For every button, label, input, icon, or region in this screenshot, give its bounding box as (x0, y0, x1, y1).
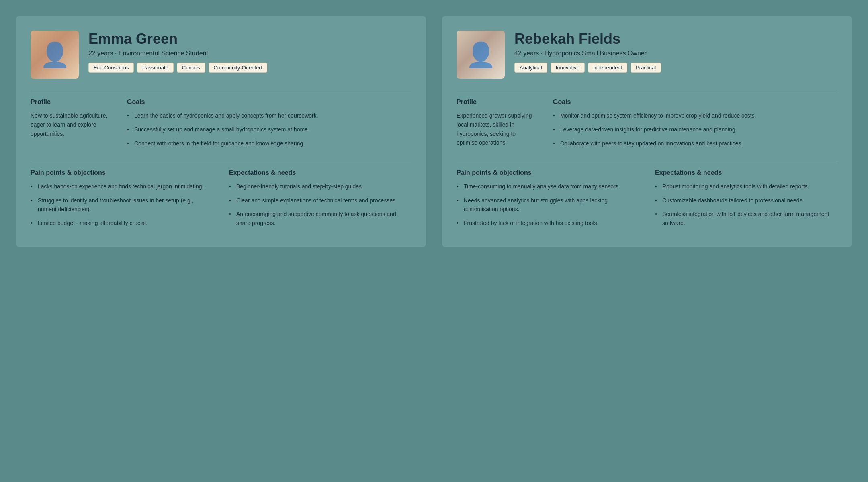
persona-tag: Analytical (514, 63, 547, 73)
divider-1 (457, 90, 837, 90)
need-item: An encouraging and supportive community … (229, 210, 411, 228)
persona-tags: Eco-ConsciousPassionateCuriousCommunity-… (88, 63, 411, 73)
profile-goals-row: Profile New to sustainable agriculture, … (31, 98, 411, 153)
goals-list: Monitor and optimise system efficiency t… (553, 111, 837, 148)
avatar: 👤 (31, 31, 79, 79)
pain-item: Time-consuming to manually analyse data … (457, 182, 639, 191)
pain-title: Pain points & objections (31, 169, 213, 176)
pain-item: Lacks hands-on experience and finds tech… (31, 182, 213, 191)
needs-list: Robust monitoring and analytics tools wi… (655, 182, 837, 228)
needs-list: Beginner-friendly tutorials and step-by-… (229, 182, 411, 228)
need-item: Clear and simple explanations of technic… (229, 196, 411, 205)
persona-role: 42 years · Hydroponics Small Business Ow… (514, 50, 837, 57)
persona-tag: Innovative (551, 63, 585, 73)
persona-tag: Independent (588, 63, 627, 73)
profile-text: Experienced grower supplying local marke… (457, 111, 537, 147)
persona-card-rebekah: 👤 Rebekah Fields 42 years · Hydroponics … (442, 16, 852, 247)
pain-needs-row: Pain points & objections Lacks hands-on … (31, 169, 411, 233)
goal-item: Monitor and optimise system efficiency t… (553, 111, 837, 120)
pain-section: Pain points & objections Lacks hands-on … (31, 169, 213, 233)
pain-item: Limited budget - making affordability cr… (31, 219, 213, 227)
pain-section: Pain points & objections Time-consuming … (457, 169, 639, 233)
avatar-figure: 👤 (40, 41, 70, 69)
persona-tag: Curious (177, 63, 205, 73)
persona-role: 22 years · Environmental Science Student (88, 50, 411, 57)
persona-header: 👤 Emma Green 22 years · Environmental Sc… (31, 31, 411, 79)
divider-2 (457, 161, 837, 161)
pain-list: Lacks hands-on experience and finds tech… (31, 182, 213, 228)
persona-tag: Community-Oriented (209, 63, 267, 73)
goals-title: Goals (553, 98, 837, 106)
pain-needs-row: Pain points & objections Time-consuming … (457, 169, 837, 233)
pain-list: Time-consuming to manually analyse data … (457, 182, 639, 228)
divider-1 (31, 90, 411, 90)
needs-title: Expectations & needs (655, 169, 837, 176)
profile-title: Profile (31, 98, 111, 106)
personas-container: 👤 Emma Green 22 years · Environmental Sc… (16, 16, 852, 247)
need-item: Seamless integration with IoT devices an… (655, 210, 837, 228)
profile-text: New to sustainable agriculture, eager to… (31, 111, 111, 138)
goals-section: Goals Learn the basics of hydroponics an… (127, 98, 411, 153)
needs-section: Expectations & needs Robust monitoring a… (655, 169, 837, 233)
needs-section: Expectations & needs Beginner-friendly t… (229, 169, 411, 233)
divider-2 (31, 161, 411, 161)
goal-item: Leverage data-driven insights for predic… (553, 125, 837, 134)
persona-name: Emma Green (88, 31, 411, 47)
profile-title: Profile (457, 98, 537, 106)
persona-card-emma: 👤 Emma Green 22 years · Environmental Sc… (16, 16, 426, 247)
pain-title: Pain points & objections (457, 169, 639, 176)
persona-tag: Practical (631, 63, 661, 73)
need-item: Beginner-friendly tutorials and step-by-… (229, 182, 411, 191)
persona-tags: AnalyticalInnovativeIndependentPractical (514, 63, 837, 73)
profile-goals-row: Profile Experienced grower supplying loc… (457, 98, 837, 153)
avatar: 👤 (457, 31, 505, 79)
goals-title: Goals (127, 98, 411, 106)
persona-info: Rebekah Fields 42 years · Hydroponics Sm… (514, 31, 837, 73)
goal-item: Learn the basics of hydroponics and appl… (127, 111, 411, 120)
persona-tag: Passionate (137, 63, 173, 73)
goals-list: Learn the basics of hydroponics and appl… (127, 111, 411, 148)
goal-item: Successfully set up and manage a small h… (127, 125, 411, 134)
pain-item: Struggles to identify and troubleshoot i… (31, 196, 213, 214)
avatar-figure: 👤 (466, 41, 496, 69)
profile-section: Profile Experienced grower supplying loc… (457, 98, 537, 153)
persona-header: 👤 Rebekah Fields 42 years · Hydroponics … (457, 31, 837, 79)
goal-item: Connect with others in the field for gui… (127, 139, 411, 148)
need-item: Customizable dashboards tailored to prof… (655, 196, 837, 205)
goal-item: Collaborate with peers to stay updated o… (553, 139, 837, 148)
need-item: Robust monitoring and analytics tools wi… (655, 182, 837, 191)
persona-name: Rebekah Fields (514, 31, 837, 47)
goals-section: Goals Monitor and optimise system effici… (553, 98, 837, 153)
pain-item: Needs advanced analytics but struggles w… (457, 196, 639, 214)
persona-info: Emma Green 22 years · Environmental Scie… (88, 31, 411, 73)
pain-item: Frustrated by lack of integration with h… (457, 219, 639, 227)
persona-tag: Eco-Conscious (88, 63, 134, 73)
profile-section: Profile New to sustainable agriculture, … (31, 98, 111, 153)
needs-title: Expectations & needs (229, 169, 411, 176)
